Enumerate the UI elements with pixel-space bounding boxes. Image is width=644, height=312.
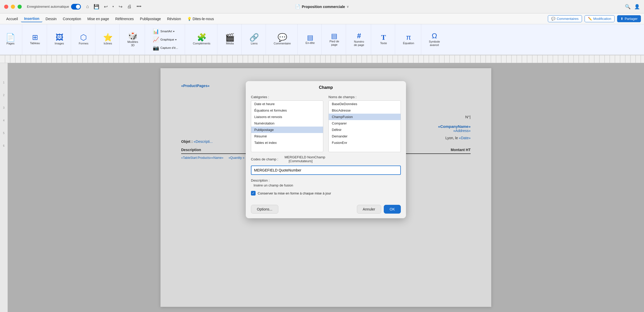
ribbon-graphique[interactable]: 📈 Graphique ▾ xyxy=(151,36,178,43)
codes-value: MERGEFIELD NomChamp [Commutateurs] xyxy=(285,155,325,163)
ribbon-3d[interactable]: 🎲 Modèles 3D xyxy=(126,31,140,48)
undo-icon[interactable]: ↩ xyxy=(104,4,108,10)
cat-date[interactable]: Date et heure xyxy=(251,101,323,107)
main-area: 123456 «ProductPages» N°| «CompanyName» … xyxy=(0,63,644,312)
commentaires-btn[interactable]: 💬 Commentaires xyxy=(548,15,582,22)
cat-publipostage[interactable]: Publipostage xyxy=(251,127,323,133)
minimize-button[interactable] xyxy=(11,5,15,9)
ribbon-images[interactable]: 🖼 Images xyxy=(53,33,66,46)
field-code-input[interactable] xyxy=(251,166,401,175)
field-blocadresse[interactable]: BlocAdresse xyxy=(329,107,401,114)
fields-list[interactable]: BaseDeDonnées BlocAdresse ChampFusion Co… xyxy=(328,100,401,152)
ribbon-pied[interactable]: ▤ Pied de page xyxy=(328,32,341,48)
menu-publipostage[interactable]: Publipostage xyxy=(137,16,164,22)
ribbon: 📄 Pages ⊞ Tableau 🖼 Images ⬡ Formes xyxy=(0,24,644,55)
cat-liaisons[interactable]: Liaisons et renvois xyxy=(251,114,323,120)
images-icon: 🖼 xyxy=(56,34,63,41)
ribbon-formes[interactable]: ⬡ Formes xyxy=(77,33,90,46)
ribbon-liens[interactable]: 🔗 Liens xyxy=(248,33,260,46)
menu-references[interactable]: Références xyxy=(112,16,137,22)
more-icon[interactable]: ••• xyxy=(136,4,141,9)
ruler-marks xyxy=(0,55,644,63)
texte-icon: T xyxy=(381,34,386,41)
cat-equations[interactable]: Équations et formules xyxy=(251,107,323,114)
menu-insertion[interactable]: Insertion xyxy=(21,15,42,22)
field-definir[interactable]: Définir xyxy=(329,127,401,133)
sidebar-left: 123456 xyxy=(0,63,8,312)
footer-left: Options... xyxy=(251,205,278,214)
pied-icon: ▤ xyxy=(331,33,338,39)
ribbon-numero[interactable]: # Numéro de page xyxy=(352,31,366,48)
search-icon[interactable]: 🔍 xyxy=(625,4,631,10)
document-page: «ProductPages» N°| «CompanyName» «Addres… xyxy=(160,68,491,307)
autosave-toggle[interactable] xyxy=(71,4,81,10)
menu-mise-en-page[interactable]: Mise en page xyxy=(84,16,112,22)
formes-icon: ⬡ xyxy=(80,34,87,41)
ribbon-group-complements: 🧩 Compléments xyxy=(191,24,217,55)
codes-row: Codes de champ : MERGEFIELD NomChamp [Co… xyxy=(251,155,401,163)
ribbon-pages[interactable]: 📄 Pages xyxy=(4,33,17,46)
field-champfusion[interactable]: ChampFusion xyxy=(329,114,401,120)
fields-label: Noms de champs : xyxy=(328,95,401,99)
categories-list[interactable]: Date et heure Équations et formules Liai… xyxy=(251,100,323,152)
undo-dropdown-icon[interactable]: ▾ xyxy=(112,5,114,8)
modal-body: Catégories : Date et heure Équations et … xyxy=(246,92,406,205)
ribbon-group-equation: π Équation xyxy=(401,24,421,55)
cat-resume[interactable]: Résumé xyxy=(251,133,323,139)
ribbon-group-icones: ⭐ Icônes xyxy=(102,24,120,55)
ribbon-capture[interactable]: 📷 Capture d'é... xyxy=(151,44,180,52)
print-icon[interactable]: 🖨 xyxy=(127,4,132,9)
ribbon-group-liens: 🔗 Liens xyxy=(248,24,266,55)
cancel-button[interactable]: Annuler xyxy=(357,205,381,214)
ribbon-complements[interactable]: 🧩 Compléments xyxy=(191,33,212,46)
ribbon-symbole[interactable]: Ω Symbole avancé xyxy=(427,31,442,48)
modal-categories-col: Catégories : Date et heure Équations et … xyxy=(251,95,323,152)
ok-button[interactable]: OK xyxy=(384,205,401,214)
description-row: Description : Insère un champ de fusion xyxy=(251,178,401,187)
titlebar-right: 🔍 👤 xyxy=(625,4,640,10)
ribbon-media[interactable]: 🎬 Média xyxy=(224,33,236,46)
ribbon-tableau[interactable]: ⊞ Tableau xyxy=(28,33,42,46)
save-icon[interactable]: 💾 xyxy=(94,4,99,10)
close-button[interactable] xyxy=(4,5,8,9)
3d-icon: 🎲 xyxy=(128,32,137,40)
ribbon-smartart[interactable]: 📊 SmartArt ▾ xyxy=(151,27,176,35)
maximize-button[interactable] xyxy=(18,5,22,9)
icones-icon: ⭐ xyxy=(103,34,113,41)
preserve-format-checkbox[interactable]: ✓ xyxy=(251,191,256,196)
ribbon-entete[interactable]: ▤ En-tête xyxy=(304,33,316,46)
ribbon-commentaire[interactable]: 💬 Commentaire xyxy=(272,33,292,46)
cat-numerotation[interactable]: Numérotation xyxy=(251,120,323,127)
ribbon-group-formes: ⬡ Formes xyxy=(77,24,95,55)
entete-icon: ▤ xyxy=(307,34,313,41)
field-basededonnees[interactable]: BaseDeDonnées xyxy=(329,101,401,107)
desc-text: Insère un champ de fusion xyxy=(251,183,401,187)
ribbon-group-numero: # Numéro de page xyxy=(352,24,371,55)
menu-revision[interactable]: Révision xyxy=(164,16,184,22)
modification-btn[interactable]: ✏️ Modification xyxy=(585,15,615,22)
ribbon-icones[interactable]: ⭐ Icônes xyxy=(102,33,114,46)
redo-icon[interactable]: ↪ xyxy=(119,4,122,10)
menu-conception[interactable]: Conception xyxy=(60,16,84,22)
ribbon-texte[interactable]: T Texte xyxy=(377,33,390,46)
ribbon-equation[interactable]: π Équation xyxy=(401,33,416,46)
field-comparer[interactable]: Comparer xyxy=(329,120,401,127)
menu-dessin[interactable]: Dessin xyxy=(42,16,60,22)
pages-icon: 📄 xyxy=(6,34,15,41)
partager-btn[interactable]: ⬆ Partager xyxy=(617,15,641,22)
field-demander[interactable]: Demander xyxy=(329,133,401,139)
titlebar: Enregistrement automatique ⌂ 💾 ↩ ▾ ↪ 🖨 •… xyxy=(0,0,644,13)
commentaires-icon: 💬 xyxy=(551,17,555,21)
home-icon[interactable]: ⌂ xyxy=(86,4,89,9)
options-button[interactable]: Options... xyxy=(251,205,278,214)
title-chevron[interactable]: ∨ xyxy=(347,5,349,9)
menu-dites-le-nous[interactable]: 💡 Dites-le-nous xyxy=(184,16,217,22)
checkbox-check-icon: ✓ xyxy=(252,191,255,195)
profile-icon[interactable]: 👤 xyxy=(634,4,640,10)
complements-icon: 🧩 xyxy=(197,34,206,41)
codes-label: Codes de champ : xyxy=(251,157,282,161)
ribbon-group-pages: 📄 Pages xyxy=(4,24,22,55)
field-fusionenr[interactable]: FusionEnr xyxy=(329,139,401,146)
cat-tables[interactable]: Tables et index xyxy=(251,139,323,146)
menu-accueil[interactable]: Accueil xyxy=(3,16,21,22)
